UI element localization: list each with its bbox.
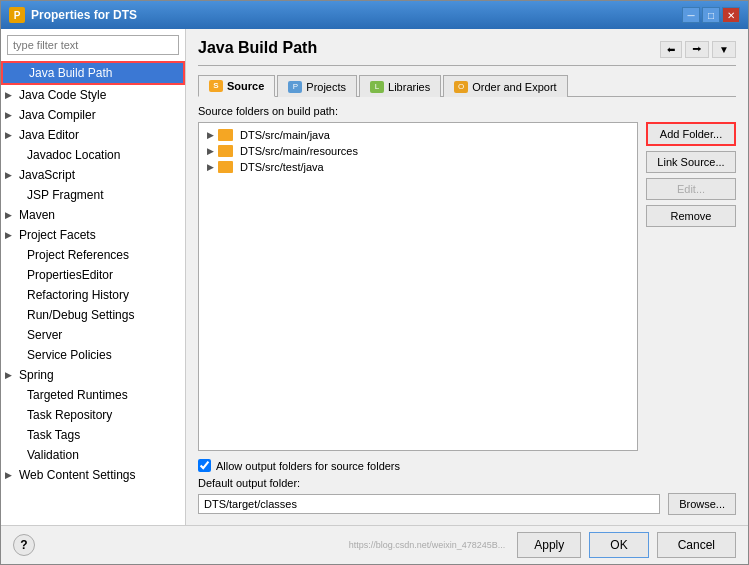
- source-tab-icon: S: [209, 80, 223, 92]
- sidebar-item-javascript[interactable]: ▶ JavaScript: [1, 165, 185, 185]
- sidebar-item-label: Task Repository: [27, 408, 112, 422]
- window-icon: P: [9, 7, 25, 23]
- sidebar-item-label: Java Code Style: [19, 88, 106, 102]
- sidebar-item-java-editor[interactable]: ▶ Java Editor: [1, 125, 185, 145]
- sidebar-item-project-facets[interactable]: ▶ Project Facets: [1, 225, 185, 245]
- sidebar-item-properties-editor[interactable]: PropertiesEditor: [1, 265, 185, 285]
- sidebar-item-web-content[interactable]: ▶ Web Content Settings: [1, 465, 185, 485]
- sidebar-item-label: Maven: [19, 208, 55, 222]
- checkbox-row: Allow output folders for source folders: [198, 459, 736, 472]
- sidebar-item-label: Service Policies: [27, 348, 112, 362]
- tree-arrow-icon: ▶: [207, 162, 214, 172]
- sidebar-list: Java Build Path ▶ Java Code Style ▶ Java…: [1, 61, 185, 525]
- tab-order-export[interactable]: O Order and Export: [443, 75, 567, 97]
- source-tree[interactable]: ▶ DTS/src/main/java ▶ DTS/src/main/resou…: [198, 122, 638, 451]
- sidebar-item-label: Refactoring History: [27, 288, 129, 302]
- sidebar-item-label: Server: [27, 328, 62, 342]
- panel-title: Java Build Path: [198, 39, 317, 57]
- title-bar: P Properties for DTS ─ □ ✕: [1, 1, 748, 29]
- sidebar-item-label: Java Build Path: [29, 66, 112, 80]
- properties-window: P Properties for DTS ─ □ ✕ Java Build Pa…: [0, 0, 749, 565]
- back-button[interactable]: ⬅: [660, 41, 682, 58]
- checkbox-label: Allow output folders for source folders: [216, 460, 400, 472]
- tab-projects[interactable]: P Projects: [277, 75, 357, 97]
- arrow-icon: ▶: [5, 130, 15, 140]
- allow-output-checkbox[interactable]: [198, 459, 211, 472]
- right-panel: Java Build Path ⬅ ⮕ ▼ S Source P Project…: [186, 29, 748, 525]
- sidebar-item-java-code-style[interactable]: ▶ Java Code Style: [1, 85, 185, 105]
- folder-icon: [218, 145, 233, 157]
- tree-arrow-icon: ▶: [207, 130, 214, 140]
- tab-order-label: Order and Export: [472, 81, 556, 93]
- tree-item-label: DTS/src/test/java: [240, 161, 324, 173]
- watermark: https://blog.csdn.net/weixin_478245B...: [349, 540, 510, 550]
- sidebar-item-targeted-runtimes[interactable]: Targeted Runtimes: [1, 385, 185, 405]
- sidebar-item-label: Project Facets: [19, 228, 96, 242]
- sidebar-item-server[interactable]: Server: [1, 325, 185, 345]
- sidebar-item-label: Task Tags: [27, 428, 80, 442]
- close-button[interactable]: ✕: [722, 7, 740, 23]
- sidebar-item-spring[interactable]: ▶ Spring: [1, 365, 185, 385]
- link-source-button[interactable]: Link Source...: [646, 151, 736, 173]
- build-path-area: ▶ DTS/src/main/java ▶ DTS/src/main/resou…: [198, 122, 736, 451]
- arrow-icon: ▶: [5, 170, 15, 180]
- folder-icon: [218, 129, 233, 141]
- footer-left: ?: [13, 534, 35, 556]
- sidebar-item-task-tags[interactable]: Task Tags: [1, 425, 185, 445]
- tab-source-label: Source: [227, 80, 264, 92]
- sidebar-item-maven[interactable]: ▶ Maven: [1, 205, 185, 225]
- sidebar-item-label: Spring: [19, 368, 54, 382]
- tree-arrow-icon: ▶: [207, 146, 214, 156]
- libraries-tab-icon: L: [370, 81, 384, 93]
- tree-item-label: DTS/src/main/java: [240, 129, 330, 141]
- add-folder-button[interactable]: Add Folder...: [646, 122, 736, 146]
- arrow-icon: ▶: [5, 90, 15, 100]
- sidebar-item-label: Web Content Settings: [19, 468, 136, 482]
- main-content: Java Build Path ▶ Java Code Style ▶ Java…: [1, 29, 748, 525]
- window-controls: ─ □ ✕: [682, 7, 740, 23]
- footer: ? https://blog.csdn.net/weixin_478245B..…: [1, 525, 748, 564]
- forward-button[interactable]: ⮕: [685, 41, 709, 58]
- sidebar-item-java-compiler[interactable]: ▶ Java Compiler: [1, 105, 185, 125]
- output-folder-input[interactable]: [198, 494, 660, 514]
- sidebar-item-project-references[interactable]: Project References: [1, 245, 185, 265]
- arrow-icon: ▶: [5, 110, 15, 120]
- sidebar-item-label: Project References: [27, 248, 129, 262]
- sidebar-item-javadoc[interactable]: Javadoc Location: [1, 145, 185, 165]
- tab-libraries-label: Libraries: [388, 81, 430, 93]
- maximize-button[interactable]: □: [702, 7, 720, 23]
- sidebar-item-task-repository[interactable]: Task Repository: [1, 405, 185, 425]
- filter-input[interactable]: [7, 35, 179, 55]
- panel-divider: [198, 65, 736, 66]
- tab-libraries[interactable]: L Libraries: [359, 75, 441, 97]
- arrow-icon: ▶: [5, 470, 15, 480]
- sidebar-item-label: JSP Fragment: [27, 188, 103, 202]
- edit-button[interactable]: Edit...: [646, 178, 736, 200]
- sidebar-item-run-debug[interactable]: Run/Debug Settings: [1, 305, 185, 325]
- source-section-label: Source folders on build path:: [198, 105, 736, 117]
- browse-button[interactable]: Browse...: [668, 493, 736, 515]
- tree-item-0[interactable]: ▶ DTS/src/main/java: [203, 127, 633, 143]
- dropdown-button[interactable]: ▼: [712, 41, 736, 58]
- arrow-icon: ▶: [5, 230, 15, 240]
- tree-item-1[interactable]: ▶ DTS/src/main/resources: [203, 143, 633, 159]
- tab-projects-label: Projects: [306, 81, 346, 93]
- help-button[interactable]: ?: [13, 534, 35, 556]
- sidebar-item-refactoring-history[interactable]: Refactoring History: [1, 285, 185, 305]
- tree-item-label: DTS/src/main/resources: [240, 145, 358, 157]
- tab-source[interactable]: S Source: [198, 75, 275, 97]
- remove-button[interactable]: Remove: [646, 205, 736, 227]
- apply-button[interactable]: Apply: [517, 532, 581, 558]
- output-label: Default output folder:: [198, 477, 736, 489]
- ok-button[interactable]: OK: [589, 532, 648, 558]
- sidebar-item-label: JavaScript: [19, 168, 75, 182]
- cancel-button[interactable]: Cancel: [657, 532, 736, 558]
- folder-icon: [218, 161, 233, 173]
- sidebar-item-validation[interactable]: Validation: [1, 445, 185, 465]
- sidebar-item-jsp-fragment[interactable]: JSP Fragment: [1, 185, 185, 205]
- sidebar-item-java-build-path[interactable]: Java Build Path: [1, 61, 185, 85]
- minimize-button[interactable]: ─: [682, 7, 700, 23]
- sidebar-item-service-policies[interactable]: Service Policies: [1, 345, 185, 365]
- tree-item-2[interactable]: ▶ DTS/src/test/java: [203, 159, 633, 175]
- side-buttons: Add Folder... Link Source... Edit... Rem…: [646, 122, 736, 451]
